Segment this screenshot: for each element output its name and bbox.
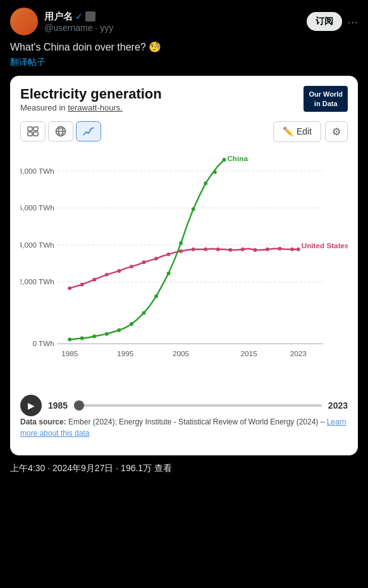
svg-rect-3 <box>34 132 38 136</box>
svg-point-30 <box>130 265 133 268</box>
toolbar-left <box>20 121 101 141</box>
svg-point-52 <box>142 311 146 315</box>
svg-point-48 <box>92 334 96 338</box>
svg-point-47 <box>80 336 84 340</box>
chart-header: Electricity generation Measured in teraw… <box>20 86 348 118</box>
svg-point-56 <box>192 207 195 211</box>
svg-point-31 <box>142 260 146 264</box>
datasource-label: Data source: <box>20 417 66 426</box>
tweet-views-count: 196.1万 <box>121 463 152 473</box>
svg-point-29 <box>117 269 121 273</box>
svg-point-58 <box>213 170 217 174</box>
toolbar-right: ✏️ Edit ⚙ <box>273 121 348 142</box>
svg-point-46 <box>68 337 71 341</box>
square-badge-icon <box>85 11 95 21</box>
edit-label: Edit <box>297 126 312 136</box>
timeline-slider[interactable] <box>74 404 322 407</box>
tweet-header: 用户名 ✓ @username · yyy 订阅 ··· <box>10 8 358 35</box>
tweet-meta: 上午4:30 · 2024年9月27日 · 196.1万 查看 <box>10 463 358 474</box>
year-end-label: 2023 <box>328 400 348 411</box>
chart-card: Electricity generation Measured in teraw… <box>10 76 358 455</box>
svg-point-42 <box>278 247 282 251</box>
svg-point-26 <box>80 282 84 286</box>
gear-icon: ⚙ <box>332 126 341 137</box>
svg-point-32 <box>154 256 158 260</box>
chart-footer: Data source: Ember (2024); Energy Instit… <box>20 416 348 439</box>
svg-text:United States: United States <box>302 241 348 249</box>
display-name[interactable]: 用户名 <box>44 11 73 23</box>
table-icon <box>27 126 39 136</box>
chart-subtitle: Measured in terawatt-hours. <box>20 103 162 112</box>
svg-text:2015: 2015 <box>241 349 258 357</box>
tweet-header-left: 用户名 ✓ @username · yyy <box>10 8 113 35</box>
avatar[interactable] <box>10 8 38 35</box>
svg-rect-0 <box>28 127 32 131</box>
translate-link[interactable]: 翻译帖子 <box>10 57 358 68</box>
svg-point-33 <box>167 252 171 256</box>
globe-icon <box>55 126 66 137</box>
svg-text:1985: 1985 <box>61 349 78 357</box>
datasource-text: Ember (2024); Energy Institute - Statist… <box>68 417 324 426</box>
svg-point-50 <box>117 328 121 332</box>
svg-point-49 <box>105 332 109 335</box>
line-chart-view-button[interactable] <box>76 121 101 141</box>
svg-text:8,000 TWh: 8,000 TWh <box>20 166 54 174</box>
svg-point-38 <box>228 248 232 252</box>
table-view-button[interactable] <box>20 121 46 141</box>
chart-area: 8,000 TWh 6,000 TWh 4,000 TWh 2,000 TWh … <box>20 150 348 390</box>
svg-text:0 TWh: 0 TWh <box>32 339 54 347</box>
chart-svg: 8,000 TWh 6,000 TWh 4,000 TWh 2,000 TWh … <box>20 150 348 390</box>
svg-point-54 <box>167 272 171 275</box>
svg-rect-1 <box>34 127 38 131</box>
svg-point-25 <box>68 286 71 290</box>
tweet-separator-2: · <box>116 463 121 473</box>
chart-title-block: Electricity generation Measured in teraw… <box>20 86 162 118</box>
svg-text:2,000 TWh: 2,000 TWh <box>20 277 54 285</box>
svg-text:6,000 TWh: 6,000 TWh <box>20 203 54 212</box>
playback-row: ▶ 1985 2023 <box>20 395 348 416</box>
svg-point-41 <box>266 248 269 251</box>
svg-text:1995: 1995 <box>117 349 134 357</box>
svg-text:China: China <box>227 154 248 162</box>
play-icon: ▶ <box>28 400 35 411</box>
username-row: 用户名 ✓ <box>44 11 113 23</box>
svg-point-37 <box>216 248 220 251</box>
tweet-time: 上午4:30 <box>10 463 45 473</box>
svg-point-28 <box>105 273 109 277</box>
tweet-views-label: 查看 <box>154 463 172 473</box>
svg-point-51 <box>130 322 133 326</box>
pencil-icon: ✏️ <box>283 126 293 136</box>
tweet-text: What's China doin over there? 🧐 <box>10 40 358 54</box>
svg-point-57 <box>204 181 207 185</box>
play-button[interactable]: ▶ <box>20 395 42 416</box>
svg-point-40 <box>253 248 257 252</box>
chart-title: Electricity generation <box>20 86 162 102</box>
tweet-date: 2024年9月27日 <box>52 463 114 473</box>
svg-point-35 <box>192 248 195 251</box>
line-chart-icon <box>83 126 94 136</box>
year-start-label: 1985 <box>48 400 68 411</box>
svg-point-36 <box>204 248 207 251</box>
svg-point-53 <box>154 294 158 298</box>
svg-point-44 <box>297 248 300 251</box>
svg-point-34 <box>179 249 183 253</box>
tweet-separator-1: · <box>47 463 52 473</box>
edit-button[interactable]: ✏️ Edit <box>273 121 321 142</box>
subscribe-button[interactable]: 订阅 <box>307 12 342 31</box>
svg-text:2023: 2023 <box>290 349 307 357</box>
more-options-button[interactable]: ··· <box>347 15 358 29</box>
chart-toolbar: ✏️ Edit ⚙ <box>20 121 348 142</box>
svg-point-27 <box>92 277 96 281</box>
settings-button[interactable]: ⚙ <box>325 121 348 142</box>
tweet-header-right: 订阅 ··· <box>307 12 358 31</box>
svg-point-55 <box>179 241 183 245</box>
verified-icon: ✓ <box>75 11 83 21</box>
svg-rect-2 <box>28 132 32 136</box>
svg-text:4,000 TWh: 4,000 TWh <box>20 241 54 249</box>
svg-point-39 <box>241 248 245 251</box>
svg-text:2005: 2005 <box>173 349 190 357</box>
globe-view-button[interactable] <box>48 121 73 141</box>
svg-point-59 <box>223 158 226 162</box>
user-info: 用户名 ✓ @username · yyy <box>44 11 113 33</box>
owid-badge[interactable]: Our Worldin Data <box>304 86 348 112</box>
